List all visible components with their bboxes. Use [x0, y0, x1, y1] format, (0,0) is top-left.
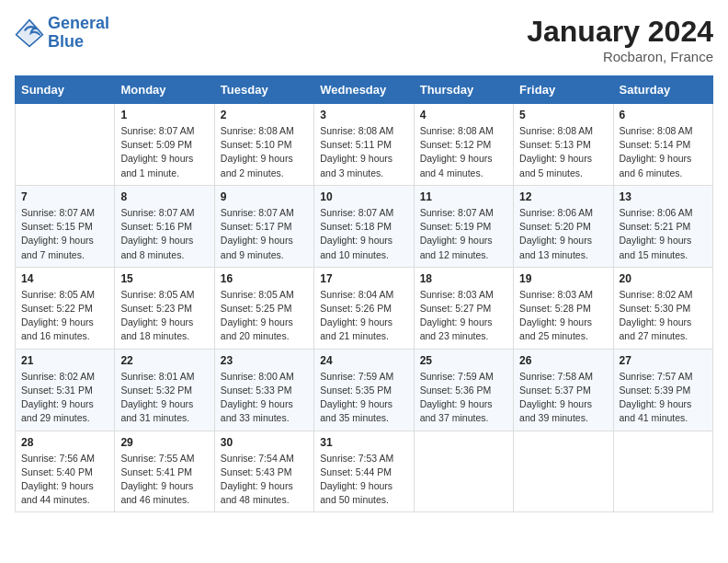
day-detail: Sunrise: 7:58 AMSunset: 5:37 PMDaylight:… — [519, 370, 607, 426]
calendar-day-cell: 7Sunrise: 8:07 AMSunset: 5:15 PMDaylight… — [16, 185, 115, 267]
calendar-day-cell: 13Sunrise: 8:06 AMSunset: 5:21 PMDayligh… — [613, 185, 712, 267]
day-detail: Sunrise: 7:55 AMSunset: 5:41 PMDaylight:… — [120, 452, 208, 508]
day-detail: Sunrise: 8:08 AMSunset: 5:11 PMDaylight:… — [320, 124, 407, 180]
calendar-day-cell: 30Sunrise: 7:54 AMSunset: 5:43 PMDayligh… — [214, 431, 313, 512]
calendar-week-row: 7Sunrise: 8:07 AMSunset: 5:15 PMDaylight… — [16, 185, 713, 267]
location: Rocbaron, France — [527, 49, 713, 64]
day-detail: Sunrise: 7:54 AMSunset: 5:43 PMDaylight:… — [221, 452, 308, 508]
weekday-header-cell: Friday — [514, 76, 613, 104]
day-number: 30 — [221, 436, 308, 449]
day-detail: Sunrise: 7:57 AMSunset: 5:39 PMDaylight:… — [620, 370, 707, 426]
day-detail: Sunrise: 8:07 AMSunset: 5:16 PMDaylight:… — [120, 206, 208, 262]
day-number: 8 — [120, 190, 208, 203]
day-number: 4 — [420, 109, 507, 121]
day-detail: Sunrise: 8:02 AMSunset: 5:30 PMDaylight:… — [620, 288, 707, 344]
page-header: General Blue January 2024 Rocbaron, Fran… — [15, 15, 713, 64]
day-number: 26 — [519, 354, 607, 367]
day-detail: Sunrise: 7:59 AMSunset: 5:35 PMDaylight:… — [320, 370, 407, 426]
calendar-day-cell: 4Sunrise: 8:08 AMSunset: 5:12 PMDaylight… — [414, 104, 513, 186]
day-detail: Sunrise: 8:07 AMSunset: 5:17 PMDaylight:… — [221, 206, 308, 262]
day-number: 17 — [320, 272, 407, 285]
day-number: 12 — [519, 190, 607, 203]
day-number: 11 — [420, 190, 507, 203]
calendar-day-cell: 21Sunrise: 8:02 AMSunset: 5:31 PMDayligh… — [16, 349, 115, 431]
day-number: 10 — [320, 190, 407, 203]
day-number: 16 — [221, 272, 308, 285]
calendar-day-cell: 24Sunrise: 7:59 AMSunset: 5:35 PMDayligh… — [314, 349, 414, 431]
calendar-week-row: 14Sunrise: 8:05 AMSunset: 5:22 PMDayligh… — [16, 267, 713, 349]
calendar-week-row: 28Sunrise: 7:56 AMSunset: 5:40 PMDayligh… — [16, 431, 713, 512]
calendar-day-cell: 11Sunrise: 8:07 AMSunset: 5:19 PMDayligh… — [414, 185, 513, 267]
calendar-day-cell — [16, 104, 115, 186]
calendar-day-cell: 6Sunrise: 8:08 AMSunset: 5:14 PMDaylight… — [613, 104, 712, 186]
calendar-day-cell: 27Sunrise: 7:57 AMSunset: 5:39 PMDayligh… — [613, 349, 712, 431]
calendar-day-cell: 12Sunrise: 8:06 AMSunset: 5:20 PMDayligh… — [514, 185, 613, 267]
calendar-day-cell: 16Sunrise: 8:05 AMSunset: 5:25 PMDayligh… — [214, 267, 313, 349]
day-detail: Sunrise: 7:53 AMSunset: 5:44 PMDaylight:… — [320, 452, 407, 508]
weekday-header-cell: Saturday — [613, 76, 712, 104]
day-number: 1 — [120, 109, 208, 121]
day-detail: Sunrise: 8:08 AMSunset: 5:10 PMDaylight:… — [221, 124, 308, 180]
day-detail: Sunrise: 8:01 AMSunset: 5:32 PMDaylight:… — [120, 370, 208, 426]
day-detail: Sunrise: 8:05 AMSunset: 5:23 PMDaylight:… — [120, 288, 208, 344]
calendar-day-cell: 25Sunrise: 7:59 AMSunset: 5:36 PMDayligh… — [414, 349, 513, 431]
weekday-header-cell: Thursday — [414, 76, 513, 104]
title-block: January 2024 Rocbaron, France — [527, 15, 713, 64]
calendar-day-cell: 9Sunrise: 8:07 AMSunset: 5:17 PMDaylight… — [214, 185, 313, 267]
day-detail: Sunrise: 8:07 AMSunset: 5:19 PMDaylight:… — [420, 206, 507, 262]
logo: General Blue — [15, 15, 109, 52]
day-detail: Sunrise: 8:00 AMSunset: 5:33 PMDaylight:… — [221, 370, 308, 426]
logo-line1: General — [48, 15, 109, 33]
weekday-header-cell: Tuesday — [214, 76, 313, 104]
calendar-day-cell: 17Sunrise: 8:04 AMSunset: 5:26 PMDayligh… — [314, 267, 414, 349]
weekday-header-cell: Sunday — [16, 76, 115, 104]
calendar-day-cell — [414, 431, 513, 512]
day-detail: Sunrise: 8:05 AMSunset: 5:25 PMDaylight:… — [221, 288, 308, 344]
day-number: 25 — [420, 354, 507, 367]
calendar-day-cell: 14Sunrise: 8:05 AMSunset: 5:22 PMDayligh… — [16, 267, 115, 349]
calendar-day-cell: 15Sunrise: 8:05 AMSunset: 5:23 PMDayligh… — [115, 267, 214, 349]
day-number: 6 — [620, 109, 707, 121]
day-number: 2 — [221, 109, 308, 121]
day-number: 14 — [21, 272, 108, 285]
day-number: 20 — [620, 272, 707, 285]
day-number: 19 — [519, 272, 607, 285]
calendar-day-cell: 22Sunrise: 8:01 AMSunset: 5:32 PMDayligh… — [115, 349, 214, 431]
weekday-header-cell: Monday — [115, 76, 214, 104]
day-number: 15 — [120, 272, 208, 285]
day-detail: Sunrise: 7:59 AMSunset: 5:36 PMDaylight:… — [420, 370, 507, 426]
calendar-day-cell — [613, 431, 712, 512]
calendar-day-cell: 19Sunrise: 8:03 AMSunset: 5:28 PMDayligh… — [514, 267, 613, 349]
day-number: 18 — [420, 272, 507, 285]
calendar-day-cell: 29Sunrise: 7:55 AMSunset: 5:41 PMDayligh… — [115, 431, 214, 512]
day-detail: Sunrise: 7:56 AMSunset: 5:40 PMDaylight:… — [21, 452, 108, 508]
day-number: 21 — [21, 354, 108, 367]
day-detail: Sunrise: 8:07 AMSunset: 5:09 PMDaylight:… — [120, 124, 208, 180]
day-number: 29 — [120, 436, 208, 449]
day-detail: Sunrise: 8:07 AMSunset: 5:18 PMDaylight:… — [320, 206, 407, 262]
day-detail: Sunrise: 8:03 AMSunset: 5:28 PMDaylight:… — [519, 288, 607, 344]
calendar-day-cell: 8Sunrise: 8:07 AMSunset: 5:16 PMDaylight… — [115, 185, 214, 267]
day-number: 27 — [620, 354, 707, 367]
day-number: 28 — [21, 436, 108, 449]
day-number: 3 — [320, 109, 407, 121]
calendar-day-cell: 31Sunrise: 7:53 AMSunset: 5:44 PMDayligh… — [314, 431, 414, 512]
calendar-body: 1Sunrise: 8:07 AMSunset: 5:09 PMDaylight… — [16, 104, 713, 512]
day-number: 7 — [21, 190, 108, 203]
calendar-day-cell: 23Sunrise: 8:00 AMSunset: 5:33 PMDayligh… — [214, 349, 313, 431]
calendar-day-cell: 28Sunrise: 7:56 AMSunset: 5:40 PMDayligh… — [16, 431, 115, 512]
day-detail: Sunrise: 8:07 AMSunset: 5:15 PMDaylight:… — [21, 206, 108, 262]
calendar-day-cell: 10Sunrise: 8:07 AMSunset: 5:18 PMDayligh… — [314, 185, 414, 267]
day-detail: Sunrise: 8:03 AMSunset: 5:27 PMDaylight:… — [420, 288, 507, 344]
day-detail: Sunrise: 8:08 AMSunset: 5:14 PMDaylight:… — [620, 124, 707, 180]
day-detail: Sunrise: 8:08 AMSunset: 5:13 PMDaylight:… — [519, 124, 607, 180]
calendar-week-row: 21Sunrise: 8:02 AMSunset: 5:31 PMDayligh… — [16, 349, 713, 431]
day-detail: Sunrise: 8:05 AMSunset: 5:22 PMDaylight:… — [21, 288, 108, 344]
calendar-day-cell: 3Sunrise: 8:08 AMSunset: 5:11 PMDaylight… — [314, 104, 414, 186]
calendar-day-cell: 26Sunrise: 7:58 AMSunset: 5:37 PMDayligh… — [514, 349, 613, 431]
day-number: 24 — [320, 354, 407, 367]
calendar-day-cell: 1Sunrise: 8:07 AMSunset: 5:09 PMDaylight… — [115, 104, 214, 186]
day-detail: Sunrise: 8:06 AMSunset: 5:20 PMDaylight:… — [519, 206, 607, 262]
calendar-week-row: 1Sunrise: 8:07 AMSunset: 5:09 PMDaylight… — [16, 104, 713, 186]
weekday-header-row: SundayMondayTuesdayWednesdayThursdayFrid… — [16, 76, 713, 104]
